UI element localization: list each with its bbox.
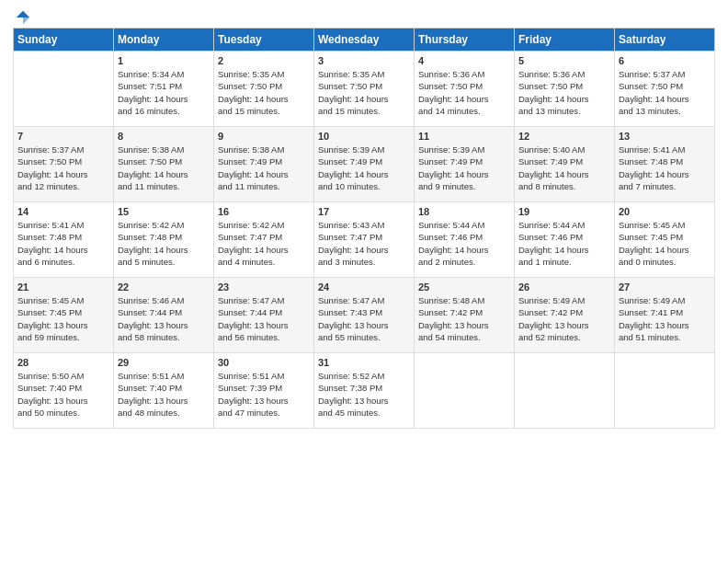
day-number: 1: [118, 55, 210, 66]
day-number: 15: [118, 206, 210, 217]
cell-info: Sunrise: 5:52 AM Sunset: 7:38 PM Dayligh…: [318, 370, 410, 419]
cell-info: Sunrise: 5:51 AM Sunset: 7:39 PM Dayligh…: [218, 370, 310, 419]
day-number: 12: [518, 131, 610, 142]
logo: [13, 9, 31, 22]
day-number: 16: [218, 206, 310, 217]
cell-info: Sunrise: 5:37 AM Sunset: 7:50 PM Dayligh…: [619, 68, 711, 117]
cell-info: Sunrise: 5:35 AM Sunset: 7:50 PM Dayligh…: [218, 68, 310, 117]
day-number: 14: [17, 206, 109, 217]
day-number: 27: [619, 282, 711, 293]
cell-info: Sunrise: 5:39 AM Sunset: 7:49 PM Dayligh…: [318, 144, 410, 192]
calendar-cell: 4Sunrise: 5:36 AM Sunset: 7:50 PM Daylig…: [415, 52, 515, 127]
day-number: 10: [318, 131, 410, 142]
day-header-tuesday: Tuesday: [214, 29, 314, 52]
cell-info: Sunrise: 5:38 AM Sunset: 7:49 PM Dayligh…: [218, 144, 310, 192]
calendar-cell: 17Sunrise: 5:43 AM Sunset: 7:47 PM Dayli…: [314, 202, 415, 278]
calendar-cell: 7Sunrise: 5:37 AM Sunset: 7:50 PM Daylig…: [14, 127, 114, 202]
day-number: 24: [318, 282, 410, 293]
calendar-cell: 13Sunrise: 5:41 AM Sunset: 7:48 PM Dayli…: [615, 127, 715, 202]
calendar-cell: 19Sunrise: 5:44 AM Sunset: 7:46 PM Dayli…: [515, 202, 615, 278]
day-number: 31: [318, 357, 410, 368]
cell-info: Sunrise: 5:44 AM Sunset: 7:46 PM Dayligh…: [518, 219, 610, 268]
cell-info: Sunrise: 5:46 AM Sunset: 7:44 PM Dayligh…: [118, 294, 210, 343]
calendar-cell: 12Sunrise: 5:40 AM Sunset: 7:49 PM Dayli…: [515, 127, 615, 202]
calendar-cell: 28Sunrise: 5:50 AM Sunset: 7:40 PM Dayli…: [14, 353, 114, 429]
week-row-3: 14Sunrise: 5:41 AM Sunset: 7:48 PM Dayli…: [14, 202, 715, 278]
calendar-cell: 5Sunrise: 5:36 AM Sunset: 7:50 PM Daylig…: [515, 52, 615, 127]
calendar-cell: 30Sunrise: 5:51 AM Sunset: 7:39 PM Dayli…: [214, 353, 314, 429]
calendar-cell: 20Sunrise: 5:45 AM Sunset: 7:45 PM Dayli…: [615, 202, 715, 278]
calendar-cell: 31Sunrise: 5:52 AM Sunset: 7:38 PM Dayli…: [314, 353, 415, 429]
calendar-cell: 10Sunrise: 5:39 AM Sunset: 7:49 PM Dayli…: [314, 127, 415, 202]
calendar-cell: 14Sunrise: 5:41 AM Sunset: 7:48 PM Dayli…: [14, 202, 114, 278]
day-number: 26: [518, 282, 610, 293]
calendar-cell: 18Sunrise: 5:44 AM Sunset: 7:46 PM Dayli…: [415, 202, 515, 278]
day-number: 30: [218, 357, 310, 368]
day-header-wednesday: Wednesday: [314, 29, 415, 52]
day-number: 17: [318, 206, 410, 217]
cell-info: Sunrise: 5:35 AM Sunset: 7:50 PM Dayligh…: [318, 68, 410, 117]
day-number: 3: [318, 55, 410, 66]
calendar-cell: [615, 353, 715, 429]
calendar-cell: 6Sunrise: 5:37 AM Sunset: 7:50 PM Daylig…: [615, 52, 715, 127]
header: [13, 9, 715, 22]
day-number: 23: [218, 282, 310, 293]
day-number: 8: [118, 131, 210, 142]
header-row: SundayMondayTuesdayWednesdayThursdayFrid…: [14, 29, 715, 52]
svg-marker-1: [23, 17, 29, 24]
day-number: 11: [418, 131, 510, 142]
cell-info: Sunrise: 5:41 AM Sunset: 7:48 PM Dayligh…: [619, 144, 711, 192]
day-number: 22: [118, 282, 210, 293]
week-row-1: 1Sunrise: 5:34 AM Sunset: 7:51 PM Daylig…: [14, 52, 715, 127]
cell-info: Sunrise: 5:34 AM Sunset: 7:51 PM Dayligh…: [118, 68, 210, 117]
cell-info: Sunrise: 5:42 AM Sunset: 7:48 PM Dayligh…: [118, 219, 210, 268]
day-number: 21: [17, 282, 109, 293]
calendar-cell: 26Sunrise: 5:49 AM Sunset: 7:42 PM Dayli…: [515, 278, 615, 353]
calendar-cell: [415, 353, 515, 429]
calendar-cell: 8Sunrise: 5:38 AM Sunset: 7:50 PM Daylig…: [114, 127, 214, 202]
day-number: 6: [619, 55, 711, 66]
calendar-cell: 2Sunrise: 5:35 AM Sunset: 7:50 PM Daylig…: [214, 52, 314, 127]
calendar-cell: 21Sunrise: 5:45 AM Sunset: 7:45 PM Dayli…: [14, 278, 114, 353]
calendar-cell: 16Sunrise: 5:42 AM Sunset: 7:47 PM Dayli…: [214, 202, 314, 278]
calendar-cell: 11Sunrise: 5:39 AM Sunset: 7:49 PM Dayli…: [415, 127, 515, 202]
calendar-cell: 23Sunrise: 5:47 AM Sunset: 7:44 PM Dayli…: [214, 278, 314, 353]
logo-icon: [15, 9, 31, 26]
day-number: 7: [17, 131, 109, 142]
day-header-friday: Friday: [515, 29, 615, 52]
cell-info: Sunrise: 5:39 AM Sunset: 7:49 PM Dayligh…: [418, 144, 510, 192]
week-row-4: 21Sunrise: 5:45 AM Sunset: 7:45 PM Dayli…: [14, 278, 715, 353]
calendar-cell: 29Sunrise: 5:51 AM Sunset: 7:40 PM Dayli…: [114, 353, 214, 429]
day-header-monday: Monday: [114, 29, 214, 52]
cell-info: Sunrise: 5:38 AM Sunset: 7:50 PM Dayligh…: [118, 144, 210, 192]
cell-info: Sunrise: 5:49 AM Sunset: 7:42 PM Dayligh…: [518, 294, 610, 343]
cell-info: Sunrise: 5:47 AM Sunset: 7:44 PM Dayligh…: [218, 294, 310, 343]
calendar-cell: 3Sunrise: 5:35 AM Sunset: 7:50 PM Daylig…: [314, 52, 415, 127]
cell-info: Sunrise: 5:40 AM Sunset: 7:49 PM Dayligh…: [518, 144, 610, 192]
cell-info: Sunrise: 5:37 AM Sunset: 7:50 PM Dayligh…: [17, 144, 109, 192]
cell-info: Sunrise: 5:44 AM Sunset: 7:46 PM Dayligh…: [418, 219, 510, 268]
day-number: 5: [518, 55, 610, 66]
day-number: 9: [218, 131, 310, 142]
day-header-saturday: Saturday: [615, 29, 715, 52]
calendar-cell: 27Sunrise: 5:49 AM Sunset: 7:41 PM Dayli…: [615, 278, 715, 353]
calendar-table: SundayMondayTuesdayWednesdayThursdayFrid…: [13, 28, 715, 429]
cell-info: Sunrise: 5:36 AM Sunset: 7:50 PM Dayligh…: [418, 68, 510, 117]
day-number: 2: [218, 55, 310, 66]
day-number: 28: [17, 357, 109, 368]
cell-info: Sunrise: 5:36 AM Sunset: 7:50 PM Dayligh…: [518, 68, 610, 117]
calendar-cell: 9Sunrise: 5:38 AM Sunset: 7:49 PM Daylig…: [214, 127, 314, 202]
cell-info: Sunrise: 5:50 AM Sunset: 7:40 PM Dayligh…: [17, 370, 109, 419]
cell-info: Sunrise: 5:42 AM Sunset: 7:47 PM Dayligh…: [218, 219, 310, 268]
day-number: 29: [118, 357, 210, 368]
calendar-cell: 24Sunrise: 5:47 AM Sunset: 7:43 PM Dayli…: [314, 278, 415, 353]
day-number: 13: [619, 131, 711, 142]
cell-info: Sunrise: 5:43 AM Sunset: 7:47 PM Dayligh…: [318, 219, 410, 268]
day-header-thursday: Thursday: [415, 29, 515, 52]
day-number: 19: [518, 206, 610, 217]
calendar-cell: 22Sunrise: 5:46 AM Sunset: 7:44 PM Dayli…: [114, 278, 214, 353]
svg-marker-0: [17, 11, 29, 17]
day-number: 25: [418, 282, 510, 293]
cell-info: Sunrise: 5:51 AM Sunset: 7:40 PM Dayligh…: [118, 370, 210, 419]
calendar-cell: 1Sunrise: 5:34 AM Sunset: 7:51 PM Daylig…: [114, 52, 214, 127]
